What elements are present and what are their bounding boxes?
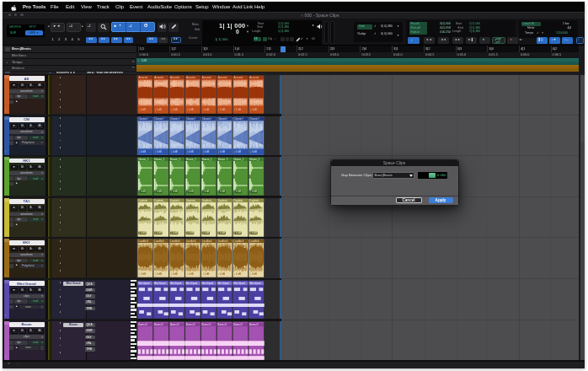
svg-text:⌠ 0 dB: ⌠ 0 dB — [250, 273, 257, 277]
svg-text:Boom+Cl: Boom+Cl — [186, 323, 195, 326]
svg-text:Loudkick: Loudkick — [186, 239, 196, 243]
svg-text:⌠ 0 dB: ⌠ 0 dB — [155, 191, 162, 194]
svg-text:House_1: House_1 — [170, 158, 180, 161]
svg-text:⌠ 0 dB: ⌠ 0 dB — [202, 149, 209, 153]
svg-text:⌠ 0 dB: ⌠ 0 dB — [234, 273, 241, 277]
svg-text:⌠ 0 dB: ⌠ 0 dB — [250, 191, 257, 194]
svg-text:⌠ 0 dB: ⌠ 0 dB — [218, 149, 225, 153]
svg-text:Dzybiab_: Dzybiab_ — [170, 199, 181, 202]
svg-text:Classic#: Classic# — [186, 117, 196, 121]
svg-text:⌠ 0 dB: ⌠ 0 dB — [202, 191, 209, 194]
svg-text:Loudkick: Loudkick — [154, 239, 164, 243]
svg-text:House_1: House_1 — [233, 158, 243, 161]
svg-text:Acoustic: Acoustic — [202, 76, 212, 79]
svg-text:Acoustic: Acoustic — [170, 76, 180, 79]
svg-text:Classic#: Classic# — [218, 117, 228, 121]
svg-text:⌠ 0 dB: ⌠ 0 dB — [250, 231, 257, 234]
svg-text:⌠ 0 dB: ⌠ 0 dB — [171, 191, 178, 194]
svg-text:⌠ 0 dB: ⌠ 0 dB — [186, 273, 193, 277]
svg-text:Dzybiab_: Dzybiab_ — [138, 199, 149, 202]
svg-text:Classic#: Classic# — [233, 117, 243, 121]
svg-text:Dzybiab_: Dzybiab_ — [249, 199, 260, 202]
svg-text:Acoustic: Acoustic — [154, 76, 164, 79]
svg-text:Mini Gr|and: Mini Gr|and — [138, 282, 150, 285]
svg-text:Classic#: Classic# — [170, 117, 180, 121]
svg-text:⌠ 0 dB: ⌠ 0 dB — [202, 231, 209, 234]
svg-text:⌠ 0 dB: ⌠ 0 dB — [218, 108, 225, 111]
svg-text:⌠ 0 dB: ⌠ 0 dB — [218, 231, 225, 234]
svg-text:Dzybiab_: Dzybiab_ — [218, 199, 229, 202]
svg-text:⌠ 0 dB: ⌠ 0 dB — [171, 273, 178, 277]
svg-text:Mini Gr|and: Mini Gr|and — [233, 282, 245, 285]
svg-text:⌠ 0 dB: ⌠ 0 dB — [186, 108, 193, 111]
svg-text:⌠ 0 dB: ⌠ 0 dB — [139, 231, 146, 234]
svg-text:⌠ 0 dB: ⌠ 0 dB — [155, 231, 162, 234]
svg-text:Mini Gr|and: Mini Gr|and — [154, 282, 166, 285]
svg-text:Loudkick: Loudkick — [202, 239, 212, 243]
svg-text:Loudkick: Loudkick — [138, 239, 148, 243]
svg-text:Classic#: Classic# — [138, 117, 148, 121]
svg-text:⌠ 0 dB: ⌠ 0 dB — [155, 273, 162, 277]
svg-text:Loudkick: Loudkick — [249, 239, 259, 243]
svg-text:Dzybiab_: Dzybiab_ — [186, 199, 197, 202]
svg-text:Boom+Cl: Boom+Cl — [202, 323, 211, 326]
svg-text:Acoustic: Acoustic — [138, 76, 148, 79]
svg-text:⌠ 0 dB: ⌠ 0 dB — [139, 191, 146, 194]
svg-text:Acoustic: Acoustic — [249, 76, 259, 79]
svg-text:⌠ 0 dB: ⌠ 0 dB — [250, 149, 257, 153]
svg-text:Loudkick: Loudkick — [233, 239, 243, 243]
svg-text:⌠ 0 dB: ⌠ 0 dB — [155, 108, 162, 111]
svg-text:Classic#: Classic# — [249, 117, 259, 121]
svg-text:House_1: House_1 — [202, 158, 212, 161]
svg-text:House_1: House_1 — [218, 158, 228, 161]
svg-text:⌠ 0 dB: ⌠ 0 dB — [234, 149, 241, 153]
svg-text:⌠ 0 dB: ⌠ 0 dB — [171, 108, 178, 111]
svg-text:House_1: House_1 — [249, 158, 259, 161]
svg-text:Boom+Cl: Boom+Cl — [154, 323, 163, 326]
svg-text:House_1: House_1 — [186, 158, 196, 161]
svg-text:⌠ 0 dB: ⌠ 0 dB — [202, 273, 209, 277]
svg-text:Boom+Cl: Boom+Cl — [138, 323, 147, 326]
svg-text:Loudkick: Loudkick — [218, 239, 228, 243]
svg-text:Classic#: Classic# — [154, 117, 164, 121]
svg-text:Acoustic: Acoustic — [186, 76, 196, 79]
svg-text:⌠ 0 dB: ⌠ 0 dB — [234, 191, 241, 194]
svg-text:⌠ 0 dB: ⌠ 0 dB — [139, 273, 146, 277]
svg-text:House_1: House_1 — [154, 158, 164, 161]
svg-text:Dzybiab_: Dzybiab_ — [154, 199, 165, 202]
svg-text:⌠ 0 dB: ⌠ 0 dB — [218, 273, 225, 277]
svg-text:House_1: House_1 — [138, 158, 148, 161]
svg-text:⌠ 0 dB: ⌠ 0 dB — [139, 149, 146, 153]
svg-text:Acoustic: Acoustic — [233, 76, 243, 79]
svg-text:⌠ 0 dB: ⌠ 0 dB — [139, 108, 146, 111]
svg-text:Boom+Cl: Boom+Cl — [249, 323, 259, 326]
svg-text:Dzybiab_: Dzybiab_ — [202, 199, 213, 202]
svg-text:Acoustic: Acoustic — [218, 76, 228, 79]
svg-text:Mini Gr|and: Mini Gr|and — [249, 282, 261, 285]
svg-text:⌠ 0 dB: ⌠ 0 dB — [155, 149, 162, 153]
svg-text:⌠ 0 dB: ⌠ 0 dB — [234, 231, 241, 234]
svg-text:⌠ 0 dB: ⌠ 0 dB — [186, 231, 193, 234]
svg-text:Boom+Cl: Boom+Cl — [217, 323, 227, 326]
svg-text:Boom+Cl: Boom+Cl — [170, 323, 179, 326]
svg-text:Dzybiab_: Dzybiab_ — [233, 199, 244, 202]
svg-text:⌠ 0 dB: ⌠ 0 dB — [171, 149, 178, 153]
svg-text:⌠ 0 dB: ⌠ 0 dB — [250, 108, 257, 111]
svg-text:⌠ 0 dB: ⌠ 0 dB — [186, 191, 193, 194]
svg-text:⌠ 0 dB: ⌠ 0 dB — [234, 108, 241, 111]
svg-text:Mini Gr|and: Mini Gr|and — [186, 282, 198, 285]
svg-text:⌠ 0 dB: ⌠ 0 dB — [218, 191, 225, 194]
svg-text:Loudkick: Loudkick — [170, 239, 180, 243]
svg-text:Boom+Cl: Boom+Cl — [233, 323, 243, 326]
svg-text:Mini Gr|and: Mini Gr|and — [217, 282, 229, 285]
svg-text:Mini Gr|and: Mini Gr|and — [202, 282, 214, 285]
svg-text:Mini Gr|and: Mini Gr|and — [170, 282, 182, 285]
svg-text:⌠ 0 dB: ⌠ 0 dB — [202, 108, 209, 111]
svg-text:⌠ 0 dB: ⌠ 0 dB — [186, 149, 193, 153]
svg-text:⌠ 0 dB: ⌠ 0 dB — [171, 231, 178, 234]
svg-text:Classic#: Classic# — [202, 117, 212, 121]
